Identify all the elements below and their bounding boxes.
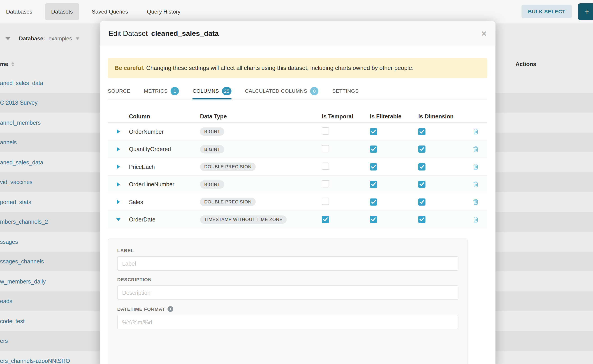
datetime-format-input[interactable] — [117, 315, 459, 330]
column-name: QuantityOrdered — [129, 146, 200, 152]
column-row: OrderDateTIMESTAMP WITHOUT TIME ZONE — [108, 211, 488, 228]
delete-column-icon[interactable] — [472, 216, 479, 223]
is-temporal-header: Is Temporal — [322, 113, 370, 119]
tab-label: METRICS — [144, 88, 168, 94]
column-name: OrderNumber — [129, 128, 200, 135]
datetime-format-field-label: DATETIME FORMAT i — [117, 306, 459, 312]
info-icon[interactable]: i — [168, 306, 173, 312]
expand-caret-icon[interactable] — [117, 200, 120, 204]
modal-title: Edit Dataset cleaned_sales_data — [109, 29, 219, 38]
delete-column-icon[interactable] — [472, 198, 479, 205]
column-row: OrderNumberBIGINT — [108, 123, 488, 141]
modal-body: Be careful. Changing these settings will… — [100, 58, 495, 364]
data-type-pill: DOUBLE PRECISION — [200, 162, 256, 171]
is-filterable-checkbox[interactable] — [370, 216, 377, 223]
modal-tab-settings[interactable]: SETTINGS — [332, 83, 359, 99]
is-filterable-header: Is Filterable — [370, 113, 418, 119]
modal-title-prefix: Edit Dataset — [109, 29, 148, 37]
is-dimension-checkbox[interactable] — [418, 146, 426, 153]
modal-tab-calculated-columns[interactable]: CALCULATED COLUMNS0 — [245, 83, 319, 99]
columns-table-header: Column Data Type Is Temporal Is Filterab… — [108, 110, 488, 123]
is-temporal-checkbox[interactable] — [322, 162, 329, 170]
is-temporal-checkbox[interactable] — [322, 198, 329, 205]
tab-count-badge: 0 — [310, 87, 319, 95]
tab-label: SOURCE — [108, 88, 130, 94]
column-row: SalesDOUBLE PRECISION — [108, 193, 488, 211]
column-row: OrderLineNumberBIGINT — [108, 176, 488, 193]
column-row: QuantityOrderedBIGINT — [108, 141, 488, 158]
data-type-header: Data Type — [200, 113, 322, 119]
data-type-pill: BIGINT — [200, 145, 224, 153]
data-type-pill: BIGINT — [200, 180, 224, 188]
is-dimension-checkbox[interactable] — [418, 198, 426, 205]
is-dimension-checkbox[interactable] — [418, 216, 426, 223]
is-filterable-checkbox[interactable] — [370, 163, 377, 170]
expand-caret-icon[interactable] — [117, 182, 120, 187]
data-type-pill: DOUBLE PRECISION — [200, 198, 256, 206]
is-dimension-checkbox[interactable] — [418, 128, 426, 135]
expand-caret-icon[interactable] — [117, 147, 120, 152]
modal-tab-columns[interactable]: COLUMNS25 — [193, 83, 231, 99]
is-temporal-checkbox[interactable] — [322, 216, 329, 223]
label-field-group: LABEL — [117, 248, 459, 271]
is-filterable-checkbox[interactable] — [370, 128, 377, 135]
tab-count-badge: 25 — [222, 87, 231, 95]
nav-tab-list: DatabasesDatasetsSaved QueriesQuery Hist… — [0, 3, 193, 20]
column-name: PriceEach — [129, 163, 200, 170]
description-field-label: DESCRIPTION — [117, 277, 459, 282]
modal-header: Edit Dataset cleaned_sales_data × — [100, 21, 495, 46]
description-field-group: DESCRIPTION — [117, 277, 459, 300]
is-temporal-checkbox[interactable] — [322, 145, 329, 152]
is-dimension-checkbox[interactable] — [418, 163, 426, 170]
nav-tab-datasets[interactable]: Datasets — [45, 3, 79, 20]
label-field-label: LABEL — [117, 248, 459, 253]
is-filterable-checkbox[interactable] — [370, 146, 377, 153]
warning-bold-text: Be careful. — [115, 65, 145, 71]
tab-count-badge: 1 — [171, 87, 179, 95]
column-header: Column — [129, 113, 200, 119]
delete-column-icon[interactable] — [472, 128, 479, 135]
modal-title-dataset-name: cleaned_sales_data — [151, 29, 219, 37]
data-type-pill: BIGINT — [200, 127, 224, 136]
is-dimension-checkbox[interactable] — [418, 181, 426, 188]
column-name: Sales — [129, 199, 200, 205]
delete-column-icon[interactable] — [472, 146, 479, 152]
is-temporal-checkbox[interactable] — [322, 180, 329, 187]
bulk-select-button[interactable]: BULK SELECT — [521, 5, 572, 18]
close-icon[interactable]: × — [481, 29, 487, 38]
column-name: OrderLineNumber — [129, 181, 200, 187]
delete-column-icon[interactable] — [472, 181, 479, 188]
columns-table-body: OrderNumberBIGINTQuantityOrderedBIGINTPr… — [108, 123, 488, 228]
tab-label: CALCULATED COLUMNS — [245, 88, 307, 94]
label-input[interactable] — [117, 256, 459, 271]
tab-label: COLUMNS — [193, 88, 219, 94]
add-dataset-button[interactable]: + — [578, 3, 593, 20]
collapse-caret-icon[interactable] — [116, 218, 121, 221]
datetime-format-label-text: DATETIME FORMAT — [117, 306, 165, 312]
delete-column-icon[interactable] — [472, 163, 479, 170]
warning-text: Changing these settings will affect all … — [145, 65, 414, 71]
nav-tab-query-history[interactable]: Query History — [141, 3, 186, 20]
data-type-pill: TIMESTAMP WITHOUT TIME ZONE — [200, 215, 287, 224]
modal-tab-list: SOURCEMETRICS1COLUMNS25CALCULATED COLUMN… — [108, 83, 488, 100]
expand-caret-icon[interactable] — [117, 164, 120, 169]
modal-tab-metrics[interactable]: METRICS1 — [144, 83, 179, 99]
column-row: PriceEachDOUBLE PRECISION — [108, 158, 488, 176]
is-dimension-header: Is Dimension — [418, 113, 464, 119]
column-detail-panel: LABEL DESCRIPTION DATETIME FORMAT i — [108, 239, 468, 364]
is-filterable-checkbox[interactable] — [370, 198, 377, 205]
is-temporal-checkbox[interactable] — [322, 127, 329, 135]
modal-tab-source[interactable]: SOURCE — [108, 83, 130, 99]
column-name: OrderDate — [129, 216, 200, 223]
tab-label: SETTINGS — [332, 88, 359, 94]
nav-tab-databases[interactable]: Databases — [0, 3, 38, 20]
is-filterable-checkbox[interactable] — [370, 181, 377, 188]
warning-banner: Be careful. Changing these settings will… — [108, 58, 488, 78]
nav-tab-saved-queries[interactable]: Saved Queries — [86, 3, 134, 20]
description-input[interactable] — [117, 286, 459, 300]
expand-caret-icon[interactable] — [117, 130, 120, 134]
app: DatabasesDatasetsSaved QueriesQuery Hist… — [0, 0, 593, 364]
top-nav: DatabasesDatasetsSaved QueriesQuery Hist… — [0, 0, 593, 23]
datetime-format-field-group: DATETIME FORMAT i — [117, 306, 459, 329]
edit-dataset-modal: Edit Dataset cleaned_sales_data × Be car… — [100, 21, 495, 364]
